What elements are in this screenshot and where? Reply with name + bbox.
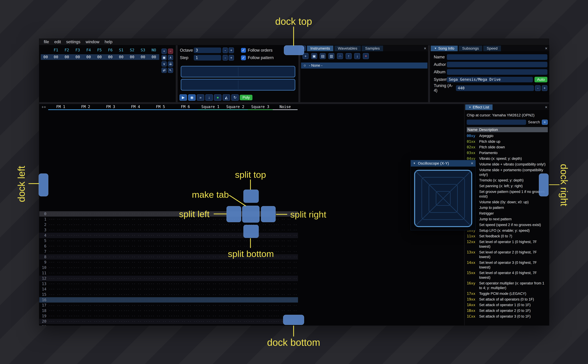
pattern-cell[interactable]: ··· ·· ·· ·· [48,260,73,264]
pattern-cell[interactable]: ··· ·· ·· ·· [248,271,273,275]
pattern-cell[interactable]: ··· ·· ·· ·· [198,277,223,280]
close-icon[interactable]: × [545,46,547,51]
octave-decrease-button[interactable]: - [223,47,228,53]
pattern-cell[interactable]: ··· ·· ·· ·· [198,228,223,232]
pattern-cell[interactable]: ··· ·· ·· ·· [123,223,148,227]
pattern-cell[interactable]: ··· ·· ·· ·· [98,320,123,323]
order-cell[interactable]: 00 [116,55,127,59]
name-field[interactable] [447,54,547,60]
pattern-cell[interactable]: ··· ·· ·· ·· [148,277,173,280]
channel-header[interactable]: Square 1 [198,104,223,110]
pattern-cell[interactable]: ··· ·· ·· ·· [123,304,148,307]
note-preview-lower[interactable] [181,79,296,91]
pattern-cell[interactable]: ··· ·· ·· ·· [98,212,123,216]
menu-file[interactable]: file [41,39,52,45]
pattern-cell[interactable]: ··· ·· ·· ·· [98,298,123,302]
pattern-cell[interactable]: ··· ·· ·· ·· [148,325,173,325]
pattern-cell[interactable]: ··· ·· ·· ·· [148,212,173,216]
tuning-input[interactable]: 440 [456,85,534,91]
pattern-cell[interactable]: ··· ·· ·· ·· [123,309,148,312]
pattern-cell[interactable]: ··· ·· ·· ·· [173,271,198,275]
pattern-cell[interactable]: ··· ·· ·· ·· [148,239,173,242]
pattern-cell[interactable]: ··· ·· ·· ·· [123,212,148,216]
pattern-cell[interactable]: ··· ·· ·· ·· [73,282,98,286]
effect-list-menu-button[interactable]: ≡ [542,120,548,125]
pattern-cell[interactable]: ··· ·· ·· ·· [223,239,248,242]
pattern-cell[interactable]: ··· ·· ·· ·· [73,212,98,216]
play-button[interactable]: ▶ [179,94,187,101]
pattern-cell[interactable]: ··· ·· ·· ·· [98,218,123,221]
move-instrument-down-button[interactable]: ↓ [354,53,360,59]
pattern-cell[interactable]: ··· ·· ·· ·· [248,260,273,264]
pattern-cell[interactable]: ··· ·· ·· ·· [198,250,223,253]
pattern-cell[interactable]: ··· ·· ·· ·· [98,271,123,275]
channel-header[interactable]: Square 2 [223,104,248,110]
pattern-cell[interactable]: ··· ·· ·· ·· [148,250,173,253]
pattern-cell[interactable]: ··· ·· ·· ·· [198,298,223,302]
pattern-cell[interactable]: ··· ·· ·· ·· [223,314,248,318]
pattern-cell[interactable]: ··· ·· ·· ·· [223,244,248,248]
pattern-cell[interactable]: ··· ·· ·· ·· [123,250,148,253]
pattern-cell[interactable]: ··· ·· ·· ·· [173,255,198,259]
move-order-up-button[interactable]: ∧ [168,55,173,60]
pattern-cell[interactable]: ··· ·· ·· ·· [248,320,273,323]
step-input[interactable]: 1 [194,55,221,60]
pattern-cell[interactable]: ··· ·· ·· ·· [223,282,248,286]
pattern-cell[interactable]: ··· ·· ·· ·· [98,228,123,232]
pattern-cell[interactable]: ··· ·· ·· ·· [148,320,173,323]
pattern-cell[interactable]: ··· ·· ·· ·· [98,255,123,259]
pattern-cell[interactable]: ··· ·· ·· ·· [148,309,173,312]
pattern-cell[interactable]: ··· ·· ·· ·· [98,266,123,269]
pattern-cell[interactable]: ··· ·· ·· ·· [198,293,223,296]
pattern-cell[interactable]: ··· ·· ·· ·· [273,271,297,275]
tab-samples[interactable]: Samples [362,46,383,51]
octave-input[interactable]: 3 [194,47,221,53]
dock-target-make-tab[interactable] [242,206,259,223]
pattern-cell[interactable]: ··· ·· ·· ·· [223,304,248,307]
pattern-cell[interactable]: ··· ·· ·· ·· [223,320,248,323]
add-order-button[interactable]: + [162,49,167,54]
order-cell[interactable]: 00 [94,55,105,59]
album-field[interactable] [447,69,547,75]
order-cell[interactable]: 00 [105,55,116,59]
pattern-cell[interactable]: ··· ·· ·· ·· [198,239,223,242]
pattern-cell[interactable]: ··· ·· ·· ·· [248,325,273,325]
pattern-cell[interactable]: ··· ·· ·· ·· [173,282,198,286]
tab-subsongs[interactable]: Subsongs [459,46,482,51]
pattern-expand-button[interactable]: ++ [39,104,48,110]
pattern-cell[interactable]: ··· ·· ·· ·· [148,244,173,248]
pattern-cell[interactable]: ··· ·· ·· ·· [73,309,98,312]
pattern-cell[interactable]: ··· ·· ·· ·· [148,304,173,307]
pattern-cell[interactable]: ··· ·· ·· ·· [48,212,73,216]
pattern-cell[interactable]: ··· ·· ·· ·· [273,250,297,253]
play-pattern-button[interactable]: ◉ [188,94,196,101]
channel-header[interactable]: FM 5 [148,104,173,110]
pattern-cell[interactable]: ··· ·· ·· ·· [48,255,73,259]
pattern-cell[interactable]: ··· ·· ·· ·· [148,255,173,259]
menu-edit[interactable]: edit [52,39,64,45]
pattern-cell[interactable]: ··· ·· ·· ·· [73,218,98,221]
pattern-cell[interactable]: ··· ·· ·· ·· [248,309,273,312]
pattern-cell[interactable]: ··· ·· ·· ·· [223,271,248,275]
pattern-cell[interactable]: ··· ·· ·· ·· [98,314,123,318]
tab-speed[interactable]: Speed [483,46,501,51]
pattern-cell[interactable]: ··· ·· ·· ·· [73,320,98,323]
pattern-cell[interactable]: ··· ·· ·· ·· [73,234,98,237]
pattern-cell[interactable]: ··· ·· ·· ·· [123,260,148,264]
pattern-cell[interactable]: ··· ·· ·· ·· [48,228,73,232]
oscilloscope-titlebar[interactable]: ▼ Oscilloscope (X-Y) × [411,160,476,167]
pattern-cell[interactable]: ··· ·· ·· ·· [148,298,173,302]
pattern-cell[interactable]: ··· ·· ·· ·· [148,314,173,318]
pattern-cell[interactable]: ··· ·· ·· ·· [48,309,73,312]
pattern-cell[interactable]: ··· ·· ·· ·· [98,260,123,264]
pattern-cell[interactable]: ··· ·· ·· ·· [173,293,198,296]
pattern-cell[interactable]: ··· ·· ·· ·· [73,244,98,248]
pattern-cell[interactable]: ··· ·· ·· ·· [148,282,173,286]
author-field[interactable] [447,62,547,67]
pattern-cell[interactable]: ··· ·· ·· ·· [48,320,73,323]
pattern-cell[interactable]: ··· ·· ·· ·· [98,250,123,253]
delete-instrument-button[interactable]: × [363,53,369,59]
pattern-cell[interactable]: ··· ·· ·· ·· [73,287,98,291]
pattern-cell[interactable]: ··· ·· ·· ·· [73,277,98,280]
pattern-cell[interactable]: ··· ·· ·· ·· [123,218,148,221]
